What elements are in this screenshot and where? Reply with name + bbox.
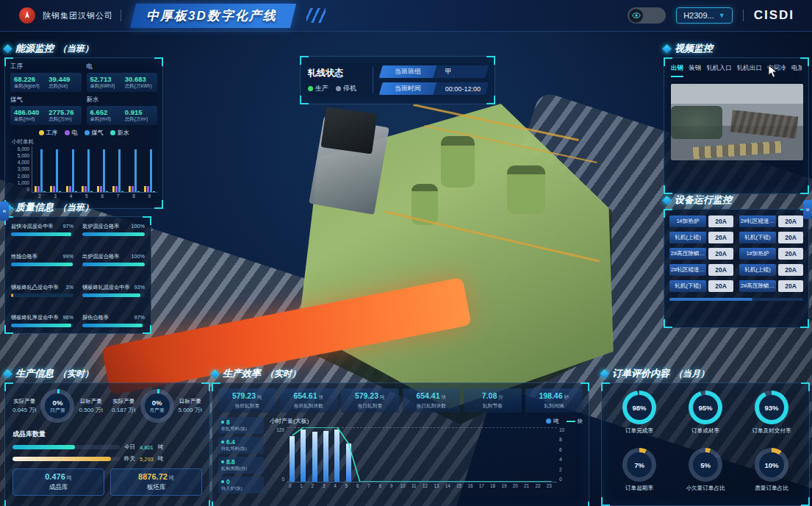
video-panel-body: 出钢 装钢 轧机入口 轧机出口 中间冷 电加热	[664, 57, 809, 194]
daily-output-gauge: 实际产量0.045 万t 0% 日产量 目标产量0.500 万t	[12, 389, 103, 423]
device-item: 2#轧区辊道…20A	[739, 215, 803, 227]
progress-track	[82, 324, 145, 327]
device-item: 轧机(下辊)20A	[669, 280, 733, 292]
video-tab-mill-exit[interactable]: 轧机出口	[737, 64, 762, 77]
orders-title-suffix: （当月）	[674, 368, 709, 380]
device-value: 20A	[708, 215, 733, 227]
gauge-label: 订单完成率	[625, 427, 653, 435]
legend-label: 电	[72, 129, 78, 137]
device-select-value: H2309...	[683, 11, 714, 20]
app-title: 中厚板3D数字化产线	[146, 7, 277, 24]
energy-value: 6.652	[90, 108, 119, 116]
video-tab-charging[interactable]: 装钢	[689, 64, 701, 77]
order-gauge: 10% 质量订单占比	[740, 448, 803, 501]
energy-chart-ylabel: 小时单耗	[12, 138, 157, 146]
legend-label: 停机	[343, 84, 356, 93]
devices-scrollbar-thumb[interactable]	[669, 298, 752, 301]
mill-cylinder	[412, 184, 438, 225]
efficiency-card: 579.23吨当班轧制量	[218, 388, 276, 413]
app-title-banner: 中厚板3D数字化产线	[130, 4, 296, 28]
donut-center: 0% 日产量	[45, 393, 70, 418]
hourly-chart-xlabels: 01234567891011121314151617181920212223	[284, 483, 555, 488]
legend-item: 工序	[39, 129, 58, 137]
card-unit: 吨	[67, 475, 72, 480]
energy-title-suffix: （当班）	[58, 43, 93, 55]
efficiency-panel: 生产效率 （实时） 579.23吨当班轧制量 654.61块当班轧制块数 579…	[212, 366, 589, 506]
quality-label: 钢板终轧温度命中率	[82, 284, 130, 291]
quality-item: 性能合格率99%	[11, 253, 73, 266]
legend-item: 块	[567, 418, 583, 425]
header: 陕钢集团汉钢公司 中厚板3D数字化产线 H2309... ▼ CISDI	[0, 0, 812, 32]
device-value: 20A	[708, 280, 733, 292]
progress-fill	[11, 263, 73, 266]
energy-card: 486.040单耗(m³/t) 2775.76总耗(万m³)	[10, 106, 82, 125]
order-gauge: 98% 订单完成率	[608, 391, 671, 443]
legend-label: 煤气	[92, 129, 104, 137]
energy-value: 30.683	[125, 75, 154, 83]
device-value: 20A	[708, 248, 733, 260]
stock-bar-today: 今日 4,801 吨	[12, 443, 202, 451]
progress-track	[12, 445, 120, 449]
legend-item: 新水	[110, 129, 129, 137]
video-tab-electric-heating[interactable]: 电加热	[791, 64, 802, 77]
order-gauge: 93% 订单及时交付率	[740, 391, 803, 443]
hourly-chart-line	[287, 427, 557, 482]
gauge-label: 订单及时交付率	[752, 427, 791, 435]
energy-card: 68.226单耗(kgce/t) 39.449总耗(tce)	[10, 73, 82, 92]
energy-group-name: 工序	[10, 63, 82, 71]
video-tab-tapping[interactable]: 出钢	[671, 64, 683, 77]
quality-label: 性能合格率	[11, 253, 37, 260]
visibility-toggle[interactable]	[628, 7, 666, 24]
company-logo-icon	[19, 7, 35, 24]
quality-item: 装炉温度合格率100%	[82, 223, 145, 236]
card-value: 8876.72	[138, 472, 168, 481]
device-value: 20A	[778, 280, 803, 292]
card-value: 0.476	[45, 472, 65, 481]
hourly-chart-right-ticks: 1086420	[557, 427, 571, 482]
efficiency-card: 198.46秒轧制间隔	[525, 388, 583, 413]
video-tab-mill-entry[interactable]: 轧机入口	[706, 64, 731, 77]
scaffold-rail	[424, 125, 597, 163]
gauge-donut: 93%	[755, 391, 788, 424]
quality-label: 出炉温度合格率	[82, 253, 119, 260]
quality-panel-body: 超快冷温度命中率97% 装炉温度合格率100% 性能合格率99% 出炉温度合格率…	[4, 216, 151, 334]
card-label: 板坯库	[111, 483, 201, 492]
collapse-left-tab[interactable]: «	[0, 202, 9, 221]
slab-warehouse-card: 8876.72吨 板坯库	[110, 468, 202, 496]
device-value: 20A	[778, 264, 803, 276]
efficiency-cards: 579.23吨当班轧制量 654.61块当班轧制块数 579.23吨当日轧制量 …	[218, 388, 583, 413]
video-title-text: 视频监控	[675, 42, 713, 55]
device-item: 2#高压除鳞…20A	[669, 248, 733, 260]
diamond-icon	[3, 44, 12, 54]
energy-value: 39.449	[48, 75, 77, 83]
orders-panel-title: 订单评价内容 （当月）	[601, 366, 810, 381]
progress-fill	[11, 293, 13, 297]
header-right: H2309... ▼ CISDI	[628, 7, 812, 24]
quality-value: 97%	[63, 223, 73, 230]
chevron-down-icon: ▼	[719, 12, 725, 19]
progress-track	[82, 232, 145, 236]
progress-fill	[82, 293, 140, 297]
card-label: 成品库	[13, 483, 104, 492]
energy-chart-plot: 23456789	[32, 146, 157, 199]
collapse-right-tab[interactable]: »	[803, 200, 812, 219]
video-feed-walkway	[693, 141, 782, 159]
energy-group: 电 52.713单耗(kWh/t) 30.683总耗(万kWh)	[87, 63, 158, 92]
scaffold-rail	[385, 210, 600, 262]
energy-groups: 工序 68.226单耗(kgce/t) 39.449总耗(tce) 电 52.7…	[10, 63, 157, 125]
production-gauges: 实际产量0.045 万t 0% 日产量 目标产量0.500 万t 实际产量0.1…	[12, 389, 202, 423]
device-select[interactable]: H2309... ▼	[676, 7, 733, 24]
pill-label: 当班班组	[379, 65, 437, 78]
energy-chart-bars	[32, 146, 157, 193]
progress-fill	[82, 263, 145, 266]
stock-prefix: 昨天	[124, 455, 135, 463]
efficiency-panel-body: 579.23吨当班轧制量 654.61块当班轧制块数 579.23吨当日轧制量 …	[212, 382, 589, 506]
legend-item: 电	[65, 129, 78, 137]
dot-icon	[221, 421, 224, 424]
video-panel: 视频监控 出钢 装钢 轧机入口 轧机出口 中间冷 电加热	[664, 41, 809, 194]
efficiency-minis: 8在轧坯料(块) 6.4待轧坯料(块) 8.8轧制周期(分) 0待入炉(块)	[218, 417, 264, 493]
diamond-icon	[662, 44, 672, 54]
device-value: 20A	[778, 248, 803, 260]
legend-dot	[110, 130, 115, 135]
stock-bar-yesterday: 昨天 5,293 吨	[12, 455, 202, 463]
